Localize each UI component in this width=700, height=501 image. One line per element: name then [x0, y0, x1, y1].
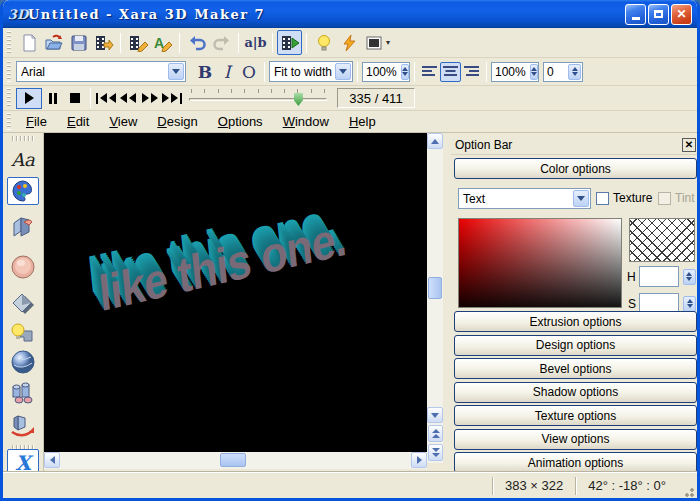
extrusion-tool[interactable]: [7, 213, 39, 241]
chevron-down-icon[interactable]: [573, 190, 589, 207]
zoom-in-button[interactable]: [428, 425, 443, 442]
edit-text-style-icon[interactable]: A: [150, 30, 175, 55]
menu-options[interactable]: Options: [208, 112, 273, 131]
3d-text-object[interactable]: like this one.: [96, 210, 348, 323]
frame-slider[interactable]: [189, 88, 327, 108]
menu-view[interactable]: View: [99, 112, 147, 131]
text-tool[interactable]: Aa: [7, 145, 39, 173]
slider-thumb[interactable]: [294, 93, 303, 106]
animation-options-button[interactable]: Animation options: [454, 452, 697, 473]
color-gradient-picker[interactable]: [458, 218, 622, 308]
step-forward-button[interactable]: [139, 89, 161, 108]
vertical-scroll-thumb[interactable]: [428, 277, 442, 299]
view-options-button[interactable]: View options: [454, 429, 697, 450]
horizontal-scroll-thumb[interactable]: [220, 453, 246, 467]
app-icon: 3D: [8, 5, 28, 23]
document-canvas[interactable]: like this one.: [44, 133, 427, 452]
chevron-down-icon[interactable]: [335, 63, 351, 80]
outline-button[interactable]: O: [238, 62, 260, 82]
chevron-down-icon[interactable]: [168, 63, 184, 80]
toolbar-gripper[interactable]: [7, 88, 11, 107]
menu-design[interactable]: Design: [147, 112, 207, 131]
new-document-icon[interactable]: [16, 30, 41, 55]
screen-mode-dropdown-icon[interactable]: ▾: [386, 38, 396, 47]
spin-buttons-icon[interactable]: [530, 64, 538, 80]
design-options-button[interactable]: Design options: [454, 335, 697, 356]
spin-buttons-icon[interactable]: [568, 64, 581, 80]
edit-animation-text-icon[interactable]: [125, 30, 150, 55]
checkbox-icon[interactable]: [596, 192, 609, 205]
texture-swatch[interactable]: [629, 218, 695, 262]
toolbar-gripper[interactable]: [7, 31, 11, 54]
menu-window[interactable]: Window: [273, 112, 339, 131]
horizontal-scrollbar[interactable]: [44, 452, 427, 469]
scroll-left-button[interactable]: [44, 452, 60, 468]
color-options-button[interactable]: Color options: [454, 158, 697, 179]
scroll-right-button[interactable]: [411, 452, 427, 468]
close-button[interactable]: ✕: [671, 4, 692, 25]
screen-mode-icon[interactable]: [361, 30, 386, 55]
stop-button[interactable]: [64, 89, 86, 108]
align-center-icon[interactable]: [440, 62, 461, 82]
save-icon[interactable]: [66, 30, 91, 55]
baseline-spinner[interactable]: 0: [543, 62, 583, 82]
slider-track[interactable]: [189, 98, 327, 101]
preview-animation-icon[interactable]: [277, 30, 302, 55]
xara-x-tool[interactable]: X: [7, 449, 39, 472]
hue-field[interactable]: [639, 266, 679, 287]
spin-buttons-icon[interactable]: [401, 64, 409, 80]
render-quality-icon[interactable]: [336, 30, 361, 55]
zoom-out-button[interactable]: [428, 444, 443, 461]
bevel-options-button[interactable]: Bevel options: [454, 358, 697, 379]
align-right-icon[interactable]: [461, 62, 482, 82]
go-to-start-button[interactable]: [95, 89, 117, 108]
lighting-icon[interactable]: [311, 30, 336, 55]
font-combobox[interactable]: Arial: [16, 61, 186, 82]
bold-button[interactable]: B: [194, 62, 216, 82]
extrusion-options-button[interactable]: Extrusion options: [454, 311, 697, 332]
titlebar[interactable]: 3D Untitled - Xara 3D Maker 7 ✕: [3, 0, 697, 28]
texture-options-button[interactable]: Texture options: [454, 405, 697, 426]
export-animation-icon[interactable]: [91, 30, 116, 55]
view-tool[interactable]: [7, 380, 39, 408]
maximize-button[interactable]: [648, 4, 669, 25]
menu-file[interactable]: File: [16, 112, 57, 131]
toolbar-gripper[interactable]: [7, 113, 11, 130]
zoom-spinner[interactable]: 100%: [362, 62, 410, 82]
step-backward-button[interactable]: [117, 89, 139, 108]
bevel-tool[interactable]: [7, 253, 39, 281]
minimize-button[interactable]: [625, 4, 646, 25]
tint-checkbox[interactable]: Tint: [658, 191, 695, 205]
shadow-options-button[interactable]: Shadow options: [454, 382, 697, 403]
fit-mode-combobox[interactable]: Fit to width: [269, 61, 353, 82]
undo-icon[interactable]: [184, 30, 209, 55]
color-target-combobox[interactable]: Text: [458, 188, 591, 209]
italic-button[interactable]: I: [216, 62, 238, 82]
texture-checkbox[interactable]: Texture: [596, 191, 652, 205]
color-tool[interactable]: [7, 177, 39, 205]
option-bar-header[interactable]: Option Bar ✕: [451, 135, 700, 155]
texture-tool[interactable]: [7, 348, 39, 376]
tracking-spinner[interactable]: 100%: [491, 62, 539, 82]
scroll-down-button[interactable]: [427, 407, 443, 423]
design-tool[interactable]: [7, 320, 39, 348]
pause-button[interactable]: [42, 89, 64, 108]
scroll-up-button[interactable]: [427, 133, 443, 149]
shadow-tool[interactable]: [7, 291, 39, 319]
align-left-icon[interactable]: [419, 62, 440, 82]
menu-edit[interactable]: Edit: [57, 112, 99, 131]
text-kerning-icon[interactable]: a|b: [243, 30, 268, 55]
redo-icon[interactable]: [209, 30, 234, 55]
open-file-icon[interactable]: [41, 30, 66, 55]
vertical-scrollbar[interactable]: [427, 133, 443, 463]
saturation-spin-icon[interactable]: [683, 296, 696, 312]
play-button[interactable]: [16, 88, 42, 109]
option-bar-close-icon[interactable]: ✕: [682, 138, 696, 152]
animation-tool[interactable]: [7, 412, 39, 440]
go-to-end-button[interactable]: [161, 89, 183, 108]
hue-spin-icon[interactable]: [683, 269, 696, 285]
toolbox-gripper[interactable]: [12, 136, 34, 141]
toolbar-gripper[interactable]: [7, 61, 11, 83]
menu-help[interactable]: Help: [339, 112, 386, 131]
resize-grip-icon[interactable]: [682, 485, 695, 498]
